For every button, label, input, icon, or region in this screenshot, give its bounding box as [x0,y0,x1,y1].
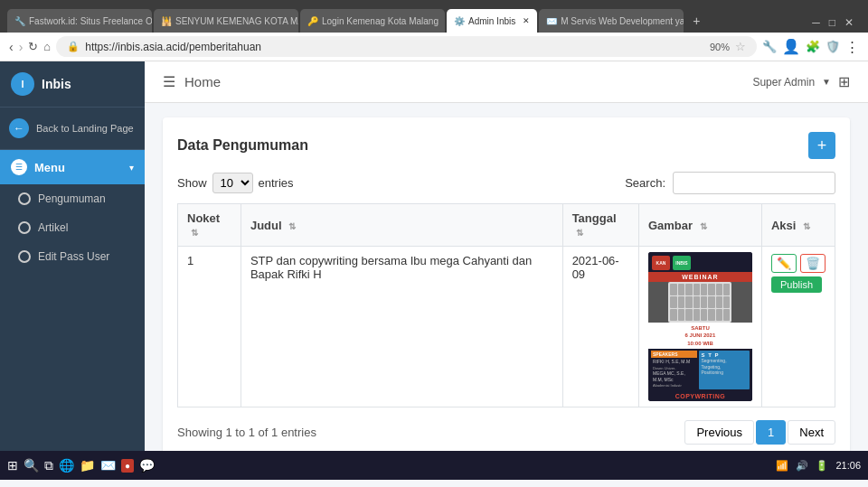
browser-tabs: 🔧 Fastwork.id: Situs Freelance O... ✕ 🕌 … [7,0,803,33]
page-1-button[interactable]: 1 [756,420,786,445]
mail-taskbar-icon[interactable]: ✉️ [100,458,116,473]
tab-label: Admin Inbis [468,16,515,26]
back-circle-icon: ← [9,118,29,138]
search-bar: Search: [625,172,835,194]
chevron-down-icon: ▾ [129,163,134,173]
battery-icon[interactable]: 🔋 [816,460,828,472]
tab-fastwork[interactable]: 🔧 Fastwork.id: Situs Freelance O... ✕ [7,9,152,33]
window-controls: ─ □ ✕ [805,16,861,33]
main-content: ☰ Home Super Admin ▼ ⊞ Data Pengumuman + [145,61,868,451]
sort-icon[interactable]: ⇅ [288,221,296,231]
menu-label: Menu [34,161,65,174]
topbar-left: ☰ Home [163,73,221,90]
forward-nav-icon[interactable]: › [19,40,24,54]
clock: 21:06 [835,460,861,471]
user-dropdown-icon[interactable]: ▼ [822,77,831,87]
tab-label: Fastwork.id: Situs Freelance O... [29,16,152,26]
sort-icon[interactable]: ⇅ [700,221,707,231]
sub-circle-icon [18,221,31,234]
card-header: Data Pengumuman + [177,132,835,159]
table-controls: Show 10 25 50 entries Search: [177,172,835,194]
app2-icon[interactable]: 💬 [139,458,155,473]
sidebar-item-artikel[interactable]: Artikel [0,213,145,242]
back-to-landing[interactable]: ← Back to Landing Page [0,108,145,150]
sidebar-logo: I Inbis [0,61,145,108]
previous-button[interactable]: Previous [684,420,754,445]
url-field[interactable]: 🔒 https://inbis.asia.acid/pemberitahuan … [56,36,757,57]
cell-tanggal: 2021-06-09 [562,247,638,407]
cell-gambar: KAN INBIS WEBINAR [638,247,761,407]
delete-button[interactable]: 🗑️ [800,254,826,273]
col-noket: Noket ⇅ [178,204,241,247]
thumbnail: KAN INBIS WEBINAR [648,252,752,401]
publish-button[interactable]: Publish [771,276,822,293]
minimize-icon[interactable]: ─ [812,16,820,29]
pagination-buttons: Previous 1 Next [684,420,835,445]
browser-taskbar-icon[interactable]: 🌐 [59,458,74,473]
back-nav-icon[interactable]: ‹ [9,40,14,54]
sidebar-item-edit-pass[interactable]: Edit Pass User [0,242,145,271]
tab-admin-inbis[interactable]: ⚙️ Admin Inbis ✕ [447,9,537,33]
edit-pass-label: Edit Pass User [38,250,109,263]
cell-noket: 1 [178,247,241,407]
add-button[interactable]: + [808,132,835,159]
next-button[interactable]: Next [788,420,835,445]
home-icon[interactable]: ⌂ [43,40,51,53]
menu-icon[interactable]: ⋮ [845,39,859,55]
col-tanggal: Tanggal ⇅ [562,204,638,247]
entries-select[interactable]: 10 25 50 [212,173,253,193]
taskview-icon[interactable]: ⧉ [44,458,53,473]
sort-icon[interactable]: ⇅ [803,221,810,231]
new-tab-button[interactable]: + [685,9,707,33]
settings-icon[interactable]: 🔧 [762,40,777,53]
hamburger-icon[interactable]: ☰ [163,73,175,90]
show-entries: Show 10 25 50 entries [177,173,294,193]
edit-button[interactable]: ✏️ [771,254,797,273]
maximize-icon[interactable]: □ [829,16,835,29]
cell-aksi: ✏️ 🗑️ Publish [761,247,835,407]
browser-chrome: 🔧 Fastwork.id: Situs Freelance O... ✕ 🕌 … [0,0,868,33]
data-table: Noket ⇅ Judul ⇅ Tanggal ⇅ [177,203,835,407]
user-label[interactable]: Super Admin [752,76,815,89]
app1-icon[interactable]: ● [121,459,134,473]
close-icon[interactable]: ✕ [844,16,854,29]
pagination-bar: Showing 1 to 1 of 1 entries Previous 1 N… [177,420,835,445]
pengumuman-label: Pengumuman [38,192,106,205]
profile-icon[interactable]: 👤 [782,38,800,55]
sub-circle-icon [18,192,31,205]
show-label: Show [177,176,207,190]
sidebar-item-pengumuman[interactable]: Pengumuman [0,184,145,213]
windows-icon[interactable]: ⊞ [7,458,18,473]
search-taskbar-icon[interactable]: 🔍 [24,458,39,473]
network-icon[interactable]: 📶 [776,460,788,472]
extension-icon[interactable]: 🧩 [806,40,820,53]
sort-icon[interactable]: ⇅ [191,228,198,238]
topbar-home-label: Home [184,74,221,89]
cell-judul: STP dan copywriting bersama Ibu mega Cah… [241,247,562,407]
taskbar: ⊞ 🔍 ⧉ 🌐 📁 ✉️ ● 💬 📶 🔊 🔋 21:06 [0,451,868,480]
topbar: ☰ Home Super Admin ▼ ⊞ [145,61,868,103]
tab-senyum[interactable]: 🕌 SENYUM KEMENAG KOTA MAL... ✕ [154,9,298,33]
lock-icon: 🔒 [67,41,80,52]
tab-label: M Servis Web Development yang ... [561,16,684,26]
star-icon[interactable]: ☆ [735,40,746,53]
tab-favicon: 🔧 [14,16,25,26]
security-icon[interactable]: 🛡️ [826,40,840,53]
logo-icon: I [11,72,34,96]
search-label: Search: [625,176,665,190]
col-aksi: Aksi ⇅ [761,204,835,247]
volume-icon[interactable]: 🔊 [796,460,808,472]
reload-icon[interactable]: ↻ [28,40,38,53]
sidebar-menu-item[interactable]: ☰ Menu ▾ [0,150,145,184]
menu-left: ☰ Menu [11,159,65,175]
tab-favicon: ⚙️ [454,16,465,26]
grid-icon[interactable]: ⊞ [838,73,850,90]
entries-label: entries [259,176,294,190]
tab-label: SENYUM KEMENAG KOTA MAL... [175,16,298,26]
tab-servis[interactable]: ✉️ M Servis Web Development yang ... ✕ [539,9,684,33]
tab-close-icon[interactable]: ✕ [523,16,530,25]
folder-icon[interactable]: 📁 [80,458,95,473]
search-input[interactable] [673,172,835,194]
tab-login[interactable]: 🔑 Login Kemenag Kota Malang ✕ [300,9,445,33]
sort-icon[interactable]: ⇅ [576,228,583,238]
